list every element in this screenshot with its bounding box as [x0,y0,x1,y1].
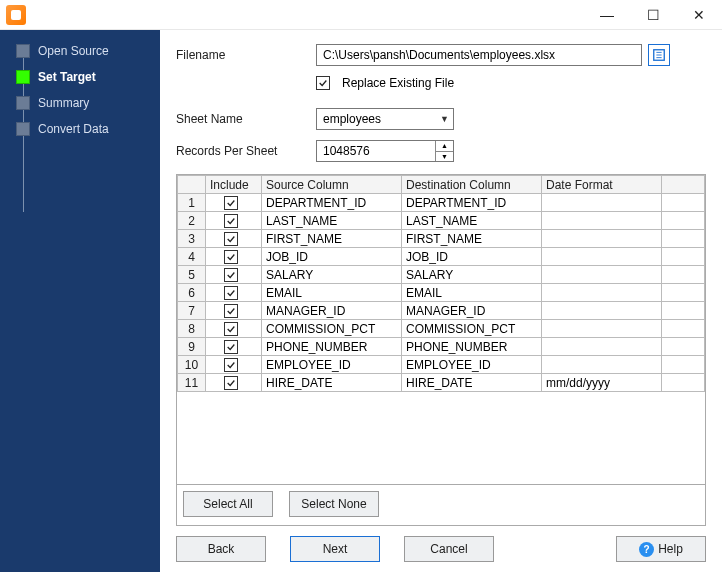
include-checkbox[interactable] [224,268,238,282]
destination-column-cell[interactable]: EMPLOYEE_ID [402,356,542,374]
source-column-cell[interactable]: EMAIL [262,284,402,302]
title-bar: — ☐ ✕ [0,0,722,30]
include-checkbox[interactable] [224,358,238,372]
row-number[interactable]: 4 [178,248,206,266]
back-button[interactable]: Back [176,536,266,562]
destination-column-cell[interactable]: FIRST_NAME [402,230,542,248]
date-format-cell[interactable] [542,320,662,338]
table-row[interactable]: 1DEPARTMENT_IDDEPARTMENT_ID [178,194,705,212]
date-format-cell[interactable] [542,302,662,320]
close-button[interactable]: ✕ [676,0,722,30]
sidebar-item-summary[interactable]: Summary [0,90,160,116]
table-row[interactable]: 9PHONE_NUMBERPHONE_NUMBER [178,338,705,356]
destination-column-cell[interactable]: SALARY [402,266,542,284]
date-format-cell[interactable] [542,338,662,356]
source-column-cell[interactable]: JOB_ID [262,248,402,266]
destination-column-cell[interactable]: EMAIL [402,284,542,302]
source-column-cell[interactable]: DEPARTMENT_ID [262,194,402,212]
cancel-button[interactable]: Cancel [404,536,494,562]
date-format-cell[interactable] [542,230,662,248]
row-number[interactable]: 7 [178,302,206,320]
sidebar-item-set-target[interactable]: Set Target [0,64,160,90]
row-number[interactable]: 3 [178,230,206,248]
source-column-cell[interactable]: FIRST_NAME [262,230,402,248]
check-icon [226,252,236,262]
source-column-cell[interactable]: SALARY [262,266,402,284]
date-format-cell[interactable] [542,248,662,266]
check-icon [226,234,236,244]
select-all-button[interactable]: Select All [183,491,273,517]
include-checkbox[interactable] [224,340,238,354]
header-date[interactable]: Date Format [542,176,662,194]
spinner-arrows[interactable]: ▲ ▼ [435,141,453,161]
filename-input[interactable] [316,44,642,66]
header-source[interactable]: Source Column [262,176,402,194]
table-row[interactable]: 4JOB_IDJOB_ID [178,248,705,266]
destination-column-cell[interactable]: LAST_NAME [402,212,542,230]
help-icon: ? [639,542,654,557]
next-button[interactable]: Next [290,536,380,562]
cell-spacer [662,284,705,302]
include-checkbox[interactable] [224,196,238,210]
table-row[interactable]: 2LAST_NAMELAST_NAME [178,212,705,230]
source-column-cell[interactable]: EMPLOYEE_ID [262,356,402,374]
help-button[interactable]: ? Help [616,536,706,562]
sheet-name-combobox[interactable]: employees ▼ [316,108,454,130]
arrow-up-icon[interactable]: ▲ [436,141,453,152]
header-include[interactable]: Include [206,176,262,194]
header-dest[interactable]: Destination Column [402,176,542,194]
select-none-button[interactable]: Select None [289,491,379,517]
row-number[interactable]: 2 [178,212,206,230]
table-row[interactable]: 11HIRE_DATEHIRE_DATEmm/dd/yyyy [178,374,705,392]
sidebar-item-open-source[interactable]: Open Source [0,38,160,64]
table-row[interactable]: 10EMPLOYEE_IDEMPLOYEE_ID [178,356,705,374]
check-icon [226,324,236,334]
destination-column-cell[interactable]: PHONE_NUMBER [402,338,542,356]
destination-column-cell[interactable]: DEPARTMENT_ID [402,194,542,212]
step-marker-icon [16,44,30,58]
include-checkbox[interactable] [224,214,238,228]
maximize-button[interactable]: ☐ [630,0,676,30]
table-row[interactable]: 5SALARYSALARY [178,266,705,284]
date-format-cell[interactable] [542,212,662,230]
table-row[interactable]: 3FIRST_NAMEFIRST_NAME [178,230,705,248]
date-format-cell[interactable] [542,194,662,212]
destination-column-cell[interactable]: HIRE_DATE [402,374,542,392]
header-spacer [662,176,705,194]
include-checkbox[interactable] [224,250,238,264]
date-format-cell[interactable]: mm/dd/yyyy [542,374,662,392]
source-column-cell[interactable]: PHONE_NUMBER [262,338,402,356]
browse-button[interactable] [648,44,670,66]
sidebar-item-convert-data[interactable]: Convert Data [0,116,160,142]
include-checkbox[interactable] [224,286,238,300]
source-column-cell[interactable]: HIRE_DATE [262,374,402,392]
table-row[interactable]: 6EMAILEMAIL [178,284,705,302]
include-checkbox[interactable] [224,376,238,390]
include-checkbox[interactable] [224,232,238,246]
row-number[interactable]: 8 [178,320,206,338]
date-format-cell[interactable] [542,266,662,284]
date-format-cell[interactable] [542,356,662,374]
arrow-down-icon[interactable]: ▼ [436,152,453,162]
table-row[interactable]: 7MANAGER_IDMANAGER_ID [178,302,705,320]
row-number[interactable]: 9 [178,338,206,356]
date-format-cell[interactable] [542,284,662,302]
table-row[interactable]: 8COMMISSION_PCTCOMMISSION_PCT [178,320,705,338]
destination-column-cell[interactable]: COMMISSION_PCT [402,320,542,338]
row-number[interactable]: 11 [178,374,206,392]
replace-existing-checkbox[interactable] [316,76,330,90]
row-number[interactable]: 10 [178,356,206,374]
row-number[interactable]: 6 [178,284,206,302]
include-checkbox[interactable] [224,304,238,318]
source-column-cell[interactable]: LAST_NAME [262,212,402,230]
records-per-sheet-spinner[interactable]: 1048576 ▲ ▼ [316,140,454,162]
source-column-cell[interactable]: COMMISSION_PCT [262,320,402,338]
minimize-button[interactable]: — [584,0,630,30]
source-column-cell[interactable]: MANAGER_ID [262,302,402,320]
row-number[interactable]: 5 [178,266,206,284]
destination-column-cell[interactable]: MANAGER_ID [402,302,542,320]
destination-column-cell[interactable]: JOB_ID [402,248,542,266]
include-checkbox[interactable] [224,322,238,336]
step-marker-icon [16,122,30,136]
row-number[interactable]: 1 [178,194,206,212]
